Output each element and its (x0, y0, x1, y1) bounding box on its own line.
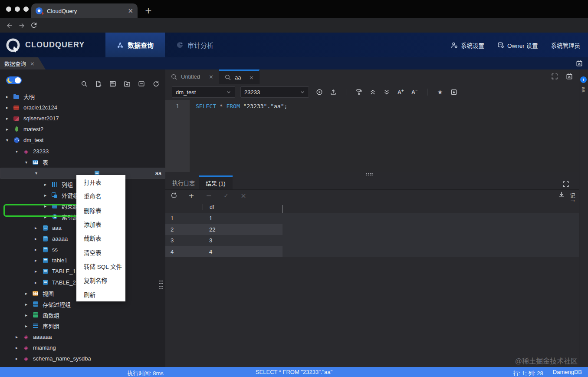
tree-item-大明[interactable]: ▸大明 (0, 91, 165, 102)
system-admin-label[interactable]: 系统管理员 (551, 41, 581, 50)
favorite-card-icon[interactable] (449, 87, 459, 97)
download-icon[interactable] (558, 191, 565, 200)
system-settings-link[interactable]: 系统设置 (451, 41, 484, 50)
expand-arrow-icon[interactable]: ▸ (35, 225, 42, 230)
search-icon[interactable] (79, 79, 89, 89)
expand-all-icon[interactable] (381, 87, 392, 97)
expand-arrow-icon[interactable]: ▸ (44, 204, 51, 208)
collapse-panel-icon[interactable] (136, 79, 147, 89)
tree-item-oracle12c124[interactable]: ▸oracle12c124 (0, 102, 165, 113)
forward-icon[interactable] (16, 20, 28, 31)
calendar-x-icon[interactable] (576, 60, 583, 69)
editor-results-splitter[interactable] (165, 172, 579, 175)
grid-row[interactable]: 44 (165, 246, 579, 258)
tree-item-函数组[interactable]: ▸函数组 (0, 310, 165, 321)
expand-arrow-icon[interactable]: ▸ (25, 302, 32, 307)
editor-tab-aa[interactable]: aa × (219, 69, 260, 84)
sync-icon[interactable] (151, 79, 161, 89)
font-increase-icon[interactable]: A+ (395, 87, 406, 97)
tree-item-aaaaaa[interactable]: ▸◈aaaaaa (0, 331, 165, 342)
expand-arrow-icon[interactable]: ▸ (6, 105, 13, 110)
tree-item-matest2[interactable]: ▸matest2 (0, 124, 165, 135)
grid-col-header[interactable]: df (203, 204, 283, 210)
add-row-icon[interactable]: + (186, 190, 197, 201)
tree-item-表[interactable]: ▾表 (0, 157, 165, 168)
tree-item-序列组[interactable]: ▸序列组 (0, 321, 165, 331)
tree-item-dm_test[interactable]: ▾dm_test (0, 135, 165, 146)
expand-arrow-icon[interactable]: ▸ (6, 127, 13, 132)
sidebar-resize-handle[interactable] (159, 280, 163, 289)
collapse-arrow-icon[interactable]: ▾ (35, 171, 42, 175)
grid-row-number[interactable]: 4 (165, 248, 203, 255)
file-add-icon[interactable] (93, 79, 104, 89)
expand-arrow-icon[interactable]: ▸ (35, 280, 42, 285)
expand-arrow-icon[interactable]: ▸ (16, 356, 23, 361)
results-fullscreen-icon[interactable] (561, 179, 571, 189)
context-menu-item[interactable]: 添加表 (76, 217, 125, 231)
new-tab-button[interactable]: + (142, 4, 154, 17)
cancel-icon[interactable]: × (238, 190, 249, 201)
editor-tab-untitled[interactable]: Untitled × (165, 69, 219, 84)
grid-row-number[interactable]: 3 (165, 237, 203, 244)
datasource-select[interactable]: dm_test (172, 86, 235, 98)
close-icon[interactable]: × (249, 74, 254, 81)
expand-arrow-icon[interactable]: ▸ (35, 269, 42, 274)
editor-fullscreen-icon[interactable] (549, 71, 560, 82)
collapse-arrow-icon[interactable]: ▾ (6, 138, 13, 142)
context-menu-item[interactable]: 清空表 (76, 245, 125, 259)
info-badge-icon[interactable]: i (580, 76, 587, 83)
workspace-tab-data-query[interactable]: 数据查询 × (0, 57, 46, 69)
commit-icon[interactable]: ✓ (221, 190, 231, 201)
context-menu-item[interactable]: 复制名称 (76, 273, 125, 287)
window-minimize-button[interactable] (15, 7, 20, 12)
grid-row[interactable]: 33 (165, 235, 579, 246)
grid-cell[interactable]: 4 (203, 248, 283, 255)
context-menu-item[interactable]: 转储 SQL 文件 (76, 259, 125, 273)
context-menu-item[interactable]: 打开表 (76, 175, 125, 189)
context-menu-item[interactable]: 刷新 (76, 288, 125, 301)
datasource-list-icon[interactable] (108, 79, 118, 89)
grid-cell[interactable]: 22 (203, 226, 283, 233)
tree-item-sqlserver2017[interactable]: ▸sqlserver2017 (0, 113, 165, 124)
expand-arrow-icon[interactable]: ▸ (25, 291, 32, 296)
expand-arrow-icon[interactable]: ▸ (25, 324, 32, 328)
collapse-arrow-icon[interactable]: ▾ (16, 149, 23, 154)
close-icon[interactable]: × (30, 60, 35, 67)
grid-cell[interactable]: 3 (203, 237, 283, 244)
expand-arrow-icon[interactable]: ▸ (35, 236, 42, 241)
close-icon[interactable]: × (209, 73, 214, 80)
window-zoom-button[interactable] (23, 7, 29, 12)
owner-settings-link[interactable]: Owner 设置 (497, 41, 538, 50)
splitter-drag-handle[interactable] (365, 172, 373, 175)
expand-arrow-icon[interactable]: ▸ (35, 258, 42, 263)
expand-arrow-icon[interactable]: ▸ (6, 116, 13, 121)
reload-icon[interactable] (28, 20, 40, 31)
tree-item-mianlang[interactable]: ▸◈mianlang (0, 342, 165, 353)
expand-arrow-icon[interactable]: ▸ (16, 334, 23, 339)
expand-arrow-icon[interactable]: ▸ (16, 345, 23, 350)
run-icon[interactable] (314, 87, 325, 97)
folder-add-icon[interactable] (122, 79, 132, 89)
nav-item-data-query[interactable]: 数据查询 (105, 33, 165, 57)
expand-arrow-icon[interactable]: ▸ (25, 313, 32, 317)
tree-item-schema_name_sysdba[interactable]: ▸◈schema_name_sysdba (0, 353, 165, 364)
refresh-icon[interactable] (169, 190, 179, 201)
remove-row-icon[interactable]: − (204, 190, 214, 201)
context-menu-item[interactable]: 截断表 (76, 231, 125, 245)
expand-arrow-icon[interactable]: ▸ (44, 193, 51, 198)
context-menu-item[interactable]: 删除表 (76, 203, 125, 217)
results-tab-result[interactable]: 结果 (1) (199, 175, 233, 189)
favorite-icon[interactable]: ★ (435, 87, 445, 97)
collapse-arrow-icon[interactable]: ▾ (25, 160, 32, 165)
window-close-button[interactable] (6, 7, 11, 12)
tab-close-icon[interactable]: × (128, 8, 133, 14)
results-tab-exec-log[interactable]: 执行日志 (165, 175, 202, 189)
sql-editor[interactable]: 1 SELECT * FROM "23233"."aa"; (165, 100, 579, 172)
expand-arrow-icon[interactable]: ▸ (44, 215, 51, 219)
expand-arrow-icon[interactable]: ▸ (44, 182, 51, 187)
expand-arrow-icon[interactable]: ▸ (35, 247, 42, 252)
dark-mode-toggle[interactable] (6, 76, 22, 84)
editor-calendar-x-icon[interactable] (564, 71, 575, 82)
expand-arrow-icon[interactable]: ▸ (6, 94, 13, 99)
grid-cell[interactable]: 1 (203, 215, 283, 222)
